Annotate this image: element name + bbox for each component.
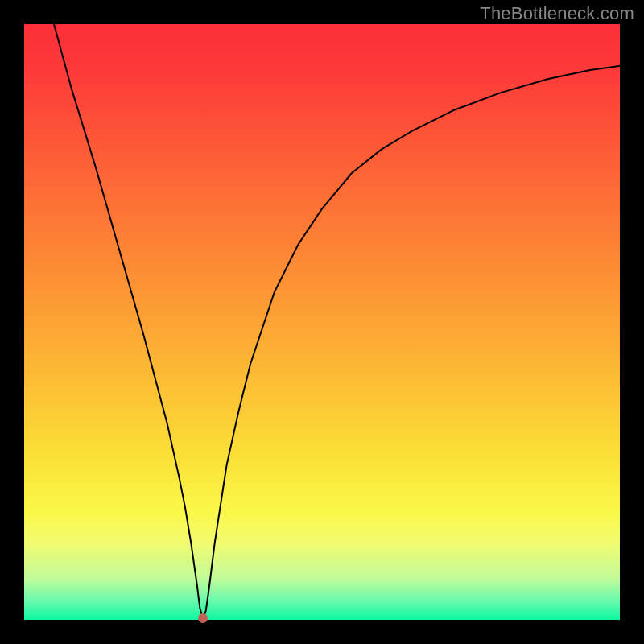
minimum-marker (198, 613, 208, 623)
watermark-label: TheBottleneck.com (480, 3, 634, 24)
plot-area (24, 24, 620, 620)
bottleneck-curve (54, 24, 620, 618)
chart-frame: TheBottleneck.com (0, 0, 644, 644)
curve-svg (24, 24, 620, 620)
